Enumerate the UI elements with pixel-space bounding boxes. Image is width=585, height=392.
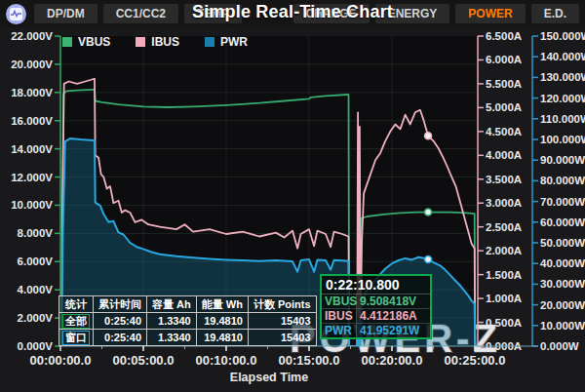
stats-row-name[interactable]: 全部	[62, 314, 90, 329]
svg-text:90.000W: 90.000W	[540, 154, 585, 166]
svg-text:150.000W: 150.000W	[540, 30, 585, 42]
stats-row-name-cell[interactable]: 全部	[59, 313, 94, 330]
chart-legend: VBUSIBUSPWR	[62, 35, 248, 49]
tab-charge[interactable]: CHARGE	[293, 4, 370, 23]
svg-text:3.500A: 3.500A	[486, 174, 522, 185]
stats-cell: 1.3340	[147, 313, 197, 330]
svg-text:5.000A: 5.000A	[486, 101, 522, 113]
svg-text:6.000V: 6.000V	[18, 255, 54, 267]
stats-header: 能量 Wh	[196, 296, 248, 313]
axis-ibus: 0.000A0.500A1.000A1.500A2.000A2.500A3.00…	[478, 30, 522, 352]
tooltip-time: 0:22:10.800	[322, 276, 430, 294]
svg-text:14.000V: 14.000V	[11, 143, 53, 155]
tooltip-value: 9.508418V	[357, 294, 430, 308]
svg-text:4.000A: 4.000A	[486, 149, 522, 161]
waveform-icon[interactable]	[6, 4, 26, 24]
cursor-tooltip: 0:22:10.800 VBUS9.508418VIBUS4.412186APW…	[320, 274, 432, 339]
tooltip-row-vbus: VBUS9.508418V	[322, 294, 430, 309]
legend-swatch	[136, 37, 145, 47]
power-meter-app: DP/DMCC1/CC2TEMP CHARGEENERGYPOWERE.D. S…	[0, 0, 585, 392]
svg-text:6.000A: 6.000A	[486, 54, 522, 65]
svg-text:1.500A: 1.500A	[486, 269, 522, 281]
legend-swatch	[62, 37, 72, 47]
stats-row: 窗口0:25:401.334019.481015403	[59, 330, 317, 346]
tooltip-row-ibus: IBUS4.412186A	[322, 309, 430, 324]
tooltip-value: 41.95291W	[357, 324, 430, 337]
svg-text:00:20:00.0: 00:20:00.0	[362, 353, 423, 368]
legend-item-vbus[interactable]: VBUS	[62, 35, 110, 49]
tab-temp[interactable]: TEMP	[184, 4, 242, 23]
svg-text:00:05:00.0: 00:05:00.0	[113, 353, 175, 368]
tab-cc1-cc2[interactable]: CC1/CC2	[103, 4, 178, 23]
tab-group-right: CHARGEENERGYPOWERE.D.	[293, 4, 579, 23]
svg-text:0.000W: 0.000W	[540, 340, 579, 352]
svg-text:70.000W: 70.000W	[540, 196, 585, 208]
svg-text:10.000W: 10.000W	[540, 320, 585, 332]
waveform-icon-glyph	[10, 8, 22, 20]
stats-cell: 0:25:40	[94, 330, 147, 346]
svg-text:22.000V: 22.000V	[11, 30, 53, 42]
tooltip-label: IBUS	[322, 309, 357, 323]
top-tab-bar: DP/DMCC1/CC2TEMP CHARGEENERGYPOWERE.D. S…	[0, 0, 585, 27]
axis-pwr: 0.000W10.000W20.000W30.000W40.000W50.000…	[532, 30, 585, 352]
svg-text:00:00:00.0: 00:00:00.0	[30, 353, 92, 368]
svg-text:30.000W: 30.000W	[540, 278, 585, 290]
svg-text:1.000A: 1.000A	[486, 293, 522, 304]
tab-dp-dm[interactable]: DP/DM	[34, 4, 98, 23]
stats-cell: 0:25:40	[94, 313, 147, 330]
legend-label: VBUS	[78, 35, 110, 49]
svg-text:5.500A: 5.500A	[486, 78, 522, 90]
tab-group-left: DP/DMCC1/CC2TEMP	[34, 4, 242, 23]
svg-text:110.000W: 110.000W	[540, 113, 585, 125]
stats-cell: 15403	[248, 313, 316, 330]
stats-header: 统计	[59, 296, 94, 313]
svg-text:50.000W: 50.000W	[540, 237, 585, 249]
svg-text:80.000W: 80.000W	[540, 175, 585, 186]
svg-text:0.000V: 0.000V	[18, 340, 54, 352]
tooltip-label: VBUS	[322, 294, 357, 308]
stats-header: 累计时间	[94, 296, 147, 313]
stats-row-name[interactable]: 窗口	[62, 331, 90, 345]
stats-cell: 19.4810	[196, 313, 248, 330]
svg-text:0.500A: 0.500A	[486, 317, 522, 329]
svg-text:100.000W: 100.000W	[540, 134, 585, 145]
svg-text:4.500A: 4.500A	[486, 126, 522, 137]
stats-table: 统计累计时间容量 Ah能量 Wh计数 Points 全部0:25:401.334…	[58, 295, 317, 346]
tab-power[interactable]: POWER	[455, 4, 525, 23]
svg-text:2.000V: 2.000V	[18, 312, 54, 324]
stats-cell: 19.4810	[196, 330, 248, 346]
tooltip-value: 4.412186A	[357, 309, 430, 323]
stats-header: 容量 Ah	[147, 296, 197, 313]
svg-text:10.000V: 10.000V	[11, 199, 53, 211]
legend-item-pwr[interactable]: PWR	[205, 35, 248, 49]
legend-label: PWR	[220, 35, 248, 49]
svg-text:20.000V: 20.000V	[11, 59, 53, 70]
svg-text:8.000V: 8.000V	[18, 227, 54, 239]
svg-text:120.000W: 120.000W	[540, 93, 585, 104]
svg-text:2.500A: 2.500A	[486, 221, 522, 233]
tooltip-label: PWR	[322, 324, 357, 337]
tab-energy[interactable]: ENERGY	[375, 4, 450, 23]
svg-text:4.000V: 4.000V	[18, 284, 54, 295]
stats-row-name-cell[interactable]: 窗口	[59, 330, 94, 346]
svg-text:00:15:00.0: 00:15:00.0	[279, 353, 340, 368]
stats-cell: 1.3340	[147, 330, 197, 346]
svg-text:130.000W: 130.000W	[540, 71, 585, 83]
svg-text:6.500A: 6.500A	[486, 30, 522, 42]
tooltip-row-pwr: PWR41.95291W	[322, 324, 430, 337]
svg-text:20.000W: 20.000W	[540, 299, 585, 311]
svg-text:3.000A: 3.000A	[486, 197, 522, 209]
cursor-marker-vbus	[425, 209, 432, 216]
svg-text:60.000W: 60.000W	[540, 216, 585, 228]
legend-swatch	[205, 37, 214, 47]
legend-label: IBUS	[151, 35, 179, 49]
svg-text:2.000A: 2.000A	[486, 245, 522, 256]
tab-e-d[interactable]: E.D.	[531, 4, 579, 23]
svg-text:16.000V: 16.000V	[11, 115, 53, 127]
stats-row: 全部0:25:401.334019.481015403	[59, 313, 317, 330]
svg-text:00:10:00.0: 00:10:00.0	[196, 353, 257, 368]
svg-text:12.000V: 12.000V	[11, 172, 53, 183]
svg-text:140.000W: 140.000W	[540, 51, 585, 62]
legend-item-ibus[interactable]: IBUS	[136, 35, 179, 49]
svg-text:18.000V: 18.000V	[11, 87, 53, 98]
